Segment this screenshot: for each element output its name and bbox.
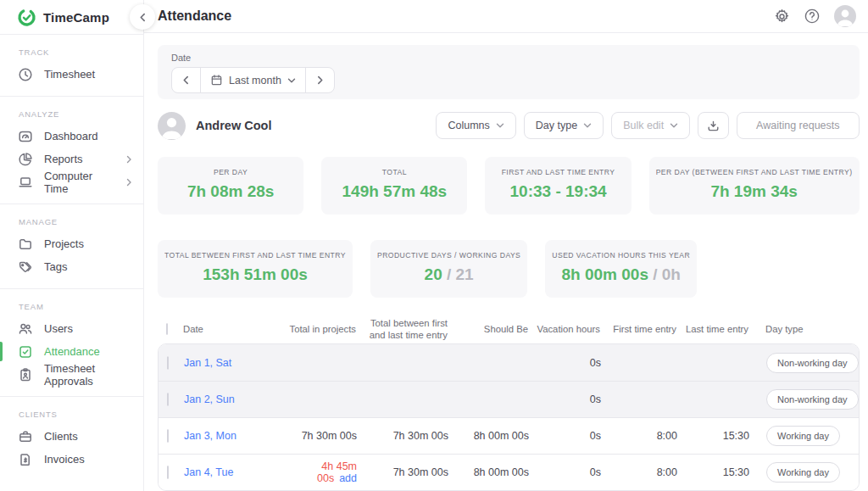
sidebar-item-projects[interactable]: Projects (0, 232, 143, 255)
date-link[interactable]: Jan 4, Tue (184, 466, 233, 478)
pie-chart-icon (18, 152, 33, 167)
sidebar-item-timesheet-approvals[interactable]: Timesheet Approvals (0, 363, 143, 386)
page-title: Attendance (158, 8, 231, 24)
attendance-table: Jan 1, Sat 0s Non-working day Jan 2, Sun… (158, 343, 860, 491)
date-prev-button[interactable] (172, 68, 200, 92)
day-type-badge[interactable]: Working day (766, 462, 840, 483)
stat-card-total: TOTAL 149h 57m 48s (321, 157, 467, 215)
date-link[interactable]: Jan 3, Mon (184, 430, 236, 442)
chevron-right-icon (125, 178, 133, 187)
divider (0, 204, 143, 204)
sidebar-item-timesheet[interactable]: Timesheet (0, 63, 143, 86)
stats-row-1: PER DAY 7h 08m 28s TOTAL 149h 57m 48s FI… (158, 157, 860, 215)
day-type-badge[interactable]: Non-working day (766, 353, 859, 373)
col-header-total-in-projects: Total in projects (278, 323, 361, 335)
sidebar-item-reports[interactable]: Reports (0, 148, 143, 170)
sidebar-item-invoices[interactable]: Invoices (0, 448, 143, 471)
employee-name: Andrew Cool (196, 119, 271, 132)
divider (0, 96, 143, 97)
clock-icon (18, 67, 33, 82)
sidebar-item-label: Timesheet (44, 68, 95, 81)
export-button[interactable] (698, 112, 729, 139)
select-all-checkbox[interactable] (166, 323, 168, 335)
sidebar-item-users[interactable]: Users (0, 317, 143, 340)
row-checkbox[interactable] (167, 393, 169, 406)
row-checkbox[interactable] (167, 466, 169, 479)
topbar: Attendance (144, 0, 868, 33)
sidebar-item-label: Attendance (44, 345, 100, 358)
table-row: Jan 2, Sun 0s Non-working day (159, 381, 859, 417)
sidebar-item-computer-time[interactable]: Computer Time (0, 170, 143, 193)
table-header: Date Total in projects Total between fir… (158, 315, 860, 343)
table-row: Jan 4, Tue 4h 45m 00sadd 7h 30m 00s 8h 0… (159, 454, 859, 490)
total-between-cell: 7h 30m 00s (362, 466, 453, 478)
main-area: Attendance (144, 0, 868, 491)
date-filter-bar: Date Last month (158, 45, 860, 99)
col-header-last-time-entry: Last time entry (682, 323, 754, 335)
date-range-value: Last month (229, 75, 281, 86)
add-time-link[interactable]: add (339, 472, 357, 484)
sidebar: TimeCamp TRACK Timesheet ANALYZE Dashboa… (0, 0, 144, 491)
stat-label: TOTAL (328, 168, 460, 176)
day-type-badge[interactable]: Working day (766, 426, 840, 446)
folder-icon (18, 237, 33, 252)
vacation-hours-cell: 0s (534, 466, 606, 478)
day-type-badge[interactable]: Non-working day (766, 389, 859, 410)
sidebar-item-clients[interactable]: Clients (0, 425, 143, 448)
sidebar-item-label: Users (44, 322, 73, 335)
bulk-edit-button[interactable]: Bulk edit (611, 112, 690, 139)
divider (0, 396, 143, 397)
stat-label: FIRST AND LAST TIME ENTRY (492, 168, 624, 176)
users-icon (18, 321, 33, 337)
sidebar-item-label: Computer Time (44, 170, 114, 195)
sidebar-item-label: Dashboard (44, 130, 98, 142)
laptop-icon (18, 175, 33, 190)
sidebar-item-dashboard[interactable]: Dashboard (0, 125, 143, 148)
logo-text: TimeCamp (43, 10, 109, 25)
sidebar-collapse-button[interactable] (130, 4, 155, 30)
day-type-button[interactable]: Day type (524, 112, 604, 139)
chevron-right-icon (125, 155, 133, 164)
date-range-dropdown[interactable]: Last month (200, 68, 305, 92)
last-entry-cell: 15:30 (682, 466, 754, 478)
stat-value: 8h 00m 00s / 0h (552, 265, 690, 284)
chevron-down-icon (583, 121, 592, 130)
sidebar-item-label: Reports (44, 153, 83, 165)
table-row: Jan 1, Sat 0s Non-working day (159, 344, 859, 381)
should-be-cell: 8h 00m 00s (453, 466, 534, 478)
bulk-edit-button-label: Bulk edit (623, 120, 664, 131)
sidebar-item-tags[interactable]: Tags (0, 255, 143, 278)
sidebar-item-label: Tags (44, 260, 67, 273)
section-label-clients: CLIENTS (0, 410, 143, 419)
check-square-icon (18, 344, 33, 360)
stat-label: PER DAY (BETWEEN FIRST AND LAST TIME ENT… (656, 168, 853, 176)
sidebar-item-label: Timesheet Approvals (44, 362, 133, 388)
sidebar-item-attendance[interactable]: Attendance (0, 340, 143, 363)
logo[interactable]: TimeCamp (0, 0, 143, 35)
stat-label: PER DAY (164, 168, 297, 176)
date-next-button[interactable] (305, 68, 334, 92)
stat-label: USED VACATION HOURS THIS YEAR (552, 251, 690, 259)
awaiting-requests-button[interactable]: Awaiting requests (737, 112, 859, 139)
last-entry-cell: 15:30 (682, 430, 754, 442)
settings-gear-icon[interactable] (774, 8, 790, 25)
help-icon[interactable] (804, 8, 821, 25)
date-link[interactable]: Jan 2, Sun (184, 393, 235, 405)
calendar-icon (210, 74, 223, 86)
stats-row-2: TOTAL BETWEEN FIRST AND LAST TIME ENTRY … (158, 240, 860, 298)
table-row: Jan 3, Mon 7h 30m 00s 7h 30m 00s 8h 00m … (159, 417, 859, 454)
sidebar-item-label: Projects (44, 237, 84, 250)
col-header-day-type: Day type (754, 323, 860, 335)
invoice-icon (18, 452, 33, 467)
columns-button[interactable]: Columns (436, 112, 515, 139)
divider (0, 288, 143, 289)
row-checkbox[interactable] (167, 429, 169, 443)
user-avatar[interactable] (834, 5, 856, 27)
date-link[interactable]: Jan 1, Sat (184, 357, 231, 369)
date-range-control: Last month (171, 67, 335, 93)
employee-avatar (158, 112, 186, 140)
first-entry-cell: 8:00 (606, 430, 682, 442)
row-checkbox[interactable] (167, 356, 169, 370)
stat-card-total-between: TOTAL BETWEEN FIRST AND LAST TIME ENTRY … (158, 240, 353, 298)
total-between-cell: 7h 30m 00s (362, 430, 453, 442)
